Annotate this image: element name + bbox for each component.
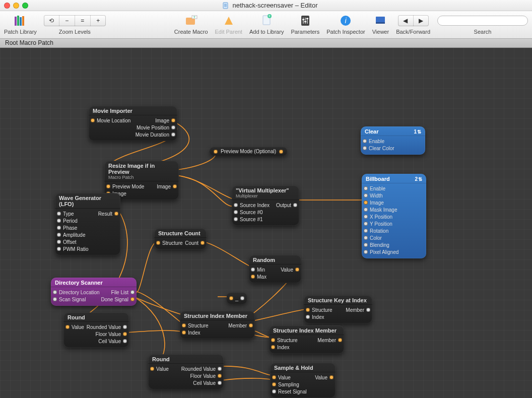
zoom-out-icon[interactable]: −: [59, 15, 75, 26]
node-math[interactable]: _: [227, 293, 247, 304]
node-virtual-multiplexer[interactable]: "Virtual Multiplexer" Multiplexer Source…: [232, 185, 299, 226]
node-title: Round: [68, 314, 85, 320]
search-input[interactable]: [437, 16, 528, 26]
node-title: Structure Index Member: [273, 327, 337, 334]
svg-marker-11: [225, 17, 233, 25]
node-billboard[interactable]: Billboard2 ⇅ Enable Width Image Mask Ima…: [362, 174, 426, 258]
node-random[interactable]: Random MinValue Max: [249, 255, 301, 283]
node-subtitle: Macro Patch: [108, 175, 134, 180]
svg-rect-1: [224, 4, 227, 5]
svg-rect-20: [304, 21, 306, 22]
node-round-1[interactable]: Round ValueRounded Value Floor Value Cei…: [63, 312, 129, 348]
svg-rect-4: [15, 17, 17, 26]
document-icon: [222, 2, 229, 9]
edit-parent-button: Edit Parent: [215, 13, 242, 35]
zoom-in-icon[interactable]: +: [91, 15, 106, 26]
svg-text:+: +: [269, 14, 271, 19]
library-icon: [13, 13, 28, 28]
patch-inspector-button[interactable]: i Patch Inspector: [326, 13, 365, 35]
svg-rect-7: [22, 16, 24, 26]
traffic-lights: [4, 3, 28, 9]
sliders-icon: [300, 13, 311, 28]
svg-rect-19: [302, 19, 304, 20]
create-macro-icon: +: [184, 13, 198, 28]
node-title: Sample & Hold: [274, 365, 313, 371]
add-library-icon: +: [260, 13, 273, 28]
forward-icon[interactable]: ▶: [414, 15, 429, 26]
node-sample-hold[interactable]: Sample & Hold ValueValue Sampling Reset …: [270, 363, 336, 398]
node-title: Structure Count: [158, 230, 201, 236]
search: Search: [437, 13, 528, 35]
node-title: Billboard: [366, 176, 390, 182]
patch-library-button[interactable]: Patch Library: [4, 13, 37, 35]
svg-rect-3: [224, 6, 227, 7]
svg-rect-2: [224, 5, 227, 6]
viewer-button[interactable]: Viewer: [372, 13, 389, 35]
minimize-icon[interactable]: [13, 3, 19, 9]
parameters-button[interactable]: Parameters: [291, 13, 319, 35]
node-title: Clear: [365, 128, 379, 135]
node-structure-count[interactable]: Structure Count StructureCount: [154, 228, 207, 249]
svg-rect-5: [17, 16, 19, 26]
preview-mode-output[interactable]: Preview Mode (Optional): [210, 147, 287, 156]
node-title: Structure Index Member: [184, 313, 247, 319]
node-title: Resize Image if in Preview: [108, 163, 175, 175]
zoom-icon[interactable]: [22, 3, 28, 9]
add-to-library-button[interactable]: + Add to Library: [249, 13, 284, 35]
canvas[interactable]: Movie Importer Movie LocationImage Movie…: [0, 48, 532, 398]
node-directory-scanner[interactable]: Directory Scanner Directory LocationFile…: [51, 278, 137, 306]
node-movie-importer[interactable]: Movie Importer Movie LocationImage Movie…: [89, 106, 177, 141]
node-round-2[interactable]: Round ValueRounded Value Floor Value Cei…: [148, 354, 224, 389]
svg-rect-6: [20, 17, 22, 26]
nav-segmented[interactable]: ◀ ▶: [398, 15, 429, 26]
toolbar: Patch Library ⟲ − = + Zoom Levels + Crea…: [0, 11, 532, 39]
node-subtitle: Multiplexer: [236, 193, 258, 198]
node-title: Structure Key at Index: [308, 297, 367, 303]
node-title: Directory Scanner: [55, 280, 103, 286]
node-title: Round: [152, 356, 170, 362]
node-title: Wave Generator (LFO): [59, 195, 116, 207]
node-structure-key-at-index[interactable]: Structure Key at Index StructureMember I…: [304, 295, 372, 323]
titlebar: nethack-screensaver – Editor: [0, 0, 532, 11]
window-title-text: nethack-screensaver – Editor: [232, 2, 317, 9]
zoom-levels: ⟲ − = + Zoom Levels: [44, 13, 106, 35]
window-title: nethack-screensaver – Editor: [28, 2, 512, 9]
node-structure-index-member-2[interactable]: Structure Index Member StructureMember I…: [269, 325, 344, 354]
node-structure-index-member-1[interactable]: Structure Index Member StructureMember I…: [180, 311, 255, 339]
create-macro-button[interactable]: + Create Macro: [174, 13, 208, 35]
node-wave-generator[interactable]: Wave Generator (LFO) TypeResult Period P…: [55, 193, 120, 255]
svg-rect-16: [303, 18, 304, 24]
info-icon: i: [340, 13, 352, 28]
back-forward: ◀ ▶ Back/Forward: [396, 13, 430, 35]
zoom-segmented[interactable]: ⟲ − = +: [44, 15, 106, 26]
edit-parent-icon: [223, 13, 235, 28]
zoom-fit-icon[interactable]: ⟲: [44, 15, 59, 26]
close-icon[interactable]: [4, 3, 10, 9]
svg-rect-21: [306, 18, 308, 19]
svg-rect-17: [305, 18, 306, 24]
svg-rect-25: [376, 22, 385, 24]
zoom-actual-icon[interactable]: =: [75, 15, 91, 26]
back-icon[interactable]: ◀: [398, 15, 414, 26]
node-clear[interactable]: Clear1 ⇅ Enable Clear Color: [361, 126, 425, 155]
node-title: Random: [253, 257, 275, 263]
breadcrumb[interactable]: Root Macro Patch: [0, 39, 532, 48]
svg-text:+: +: [193, 15, 196, 20]
viewer-icon: [375, 13, 386, 28]
node-title: Movie Importer: [93, 108, 132, 114]
node-title: "Virtual Multiplexer": [236, 187, 289, 193]
